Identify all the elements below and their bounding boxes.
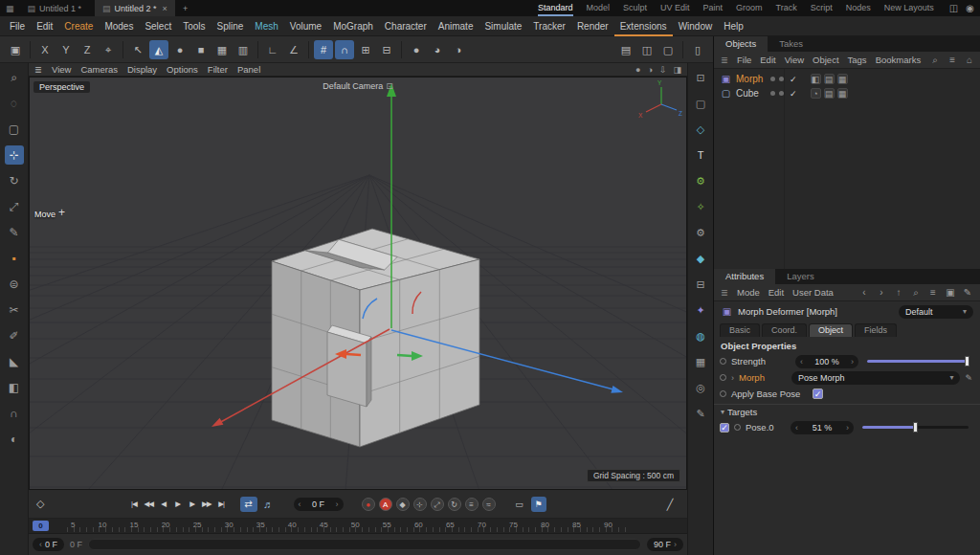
menu-item[interactable]: MoGraph (327, 16, 379, 36)
toolbar-icon[interactable] (122, 41, 123, 58)
layout-item[interactable]: New Layouts (884, 0, 934, 16)
attribute-tab[interactable]: Fields (855, 323, 897, 337)
home-icon[interactable]: ⌂ (964, 55, 975, 66)
object-row-morph[interactable]: ▣ Morph ✓ ◧ ▤ ▦ (714, 72, 980, 86)
zoom-tool[interactable]: ⌕ (5, 68, 24, 87)
cube-object[interactable] (272, 229, 479, 447)
bevel-tool[interactable]: ◣ (5, 352, 24, 371)
layout-item[interactable]: Model (587, 0, 611, 16)
toolbar-icon[interactable] (257, 41, 258, 58)
render-view-icon[interactable]: ▣ (6, 40, 25, 59)
menu-item[interactable]: Animate (433, 16, 479, 36)
menu-item[interactable]: Tracker (527, 16, 571, 36)
grid-icon[interactable]: ◨ (673, 65, 681, 75)
viewport-menu-item[interactable]: View (52, 63, 71, 77)
filter-icon[interactable]: ≡ (927, 287, 939, 299)
menu-item[interactable]: Volume (284, 16, 327, 36)
keyframe-selection-button[interactable]: ◆ (396, 498, 410, 511)
viewport-layout-icon[interactable]: ⊡ (691, 68, 710, 87)
autokey-button[interactable]: A (379, 498, 392, 511)
coord-system-button[interactable]: ⌖ (99, 40, 118, 59)
tag-icon[interactable]: ▦ (837, 88, 848, 99)
slider-handle[interactable] (965, 356, 969, 366)
range-scrollbar[interactable] (88, 539, 641, 550)
field-icon[interactable]: ⊟ (691, 275, 710, 294)
disclosure-icon[interactable]: › (731, 373, 734, 383)
layout-item[interactable]: Track (776, 0, 797, 16)
menu-item[interactable]: Spline (212, 16, 250, 36)
pose0-field[interactable]: ‹51 %› (791, 421, 854, 434)
viewport[interactable]: Y X Z Perspective Default Camera⊡ Move +… (29, 77, 687, 490)
viewport-menu-item[interactable]: Filter (208, 63, 228, 77)
layout-item[interactable]: Script (811, 0, 833, 16)
save-scene-icon[interactable]: ◫ (637, 40, 657, 59)
knife-tool[interactable]: ✂ (5, 300, 24, 320)
panel-tab[interactable]: Takes (768, 36, 814, 52)
object-row-cube[interactable]: ▢ Cube ✓ ◔ ▤ ▦ (714, 86, 980, 100)
mirror-tool[interactable]: ◐ (5, 430, 24, 449)
selection-cursor-icon[interactable]: ↖ (128, 40, 147, 59)
loop-cut-tool[interactable]: ⊜ (5, 275, 24, 294)
timeline-ruler[interactable]: 51015202530354045505560657075808590 0 (29, 519, 687, 534)
object-menu-item[interactable]: File (737, 55, 751, 65)
prev-key-button[interactable]: ◀◀ (142, 497, 155, 512)
layout-item[interactable]: Groom (736, 0, 763, 16)
toolbar-icon[interactable] (682, 41, 683, 58)
plane-primitive-icon[interactable]: ▢ (691, 94, 710, 113)
editor-visibility-dot[interactable] (770, 77, 775, 81)
extrude-tool[interactable]: ◧ (5, 378, 24, 397)
play-mode-button[interactable]: ⇄ (240, 497, 257, 512)
account-icon[interactable]: ◉ (966, 3, 974, 13)
modifier-icon[interactable]: ⚙ (691, 223, 710, 242)
section-header[interactable]: Object Properties (714, 337, 980, 353)
deformer-icon[interactable]: ✦ (691, 300, 710, 320)
live-selection-tool[interactable]: ◌ (5, 94, 24, 113)
panel-menu-icon[interactable]: ≣ (34, 64, 42, 75)
attribute-menu-item[interactable]: Edit (768, 287, 784, 298)
tag-icon[interactable]: ◧ (811, 74, 821, 84)
key-parameter-button[interactable]: ≡ (465, 498, 479, 511)
rotate-tool[interactable]: ↻ (5, 171, 24, 190)
motion-mode-button[interactable]: ▭ (512, 497, 527, 512)
menu-item[interactable]: Edit (31, 16, 58, 36)
keyframe-dot[interactable] (734, 424, 741, 431)
tag-icon[interactable]: ◔ (811, 88, 821, 99)
slider-handle[interactable] (913, 422, 918, 433)
up-icon[interactable]: ↑ (893, 287, 904, 299)
volume-icon[interactable]: ◆ (691, 249, 710, 268)
workplane-icon[interactable]: ∟ (263, 40, 282, 59)
ruler-icon[interactable]: ▯ (688, 40, 707, 59)
forward-icon[interactable]: › (876, 287, 887, 299)
move-tool[interactable]: ⊹ (5, 145, 24, 165)
workplane-lock-icon[interactable]: ∠ (284, 40, 303, 59)
range-start-field[interactable]: ‹0 F (33, 538, 64, 551)
key-rotation-button[interactable]: ↻ (448, 498, 461, 511)
viewport-menu-item[interactable]: Panel (237, 63, 260, 77)
render-active-view-icon[interactable]: ● (407, 40, 426, 59)
menu-item[interactable]: Simulate (479, 16, 527, 36)
fcurve-editor-button[interactable]: ╱ (660, 495, 679, 514)
timeline-solo-button[interactable]: ⚑ (531, 497, 546, 512)
menu-item[interactable]: Extensions (614, 16, 673, 36)
axis-x-button[interactable]: X (35, 40, 55, 59)
panel-tab[interactable]: Attributes (714, 269, 775, 284)
keyframe-dot[interactable] (720, 390, 726, 397)
object-menu-item[interactable]: Object (813, 55, 838, 65)
shading-icon[interactable]: ● (635, 65, 640, 75)
scale-tool[interactable]: ⤢ (5, 197, 24, 216)
back-icon[interactable]: ‹ (858, 287, 870, 299)
menu-item[interactable]: Mesh (249, 16, 283, 36)
wireframe-icon[interactable]: ◑ (648, 65, 653, 75)
editor-visibility-dot[interactable] (770, 91, 775, 96)
triangle-down-icon[interactable]: ▾ (721, 408, 724, 416)
menu-item[interactable]: Window (673, 16, 719, 36)
menu-item[interactable]: Tools (177, 16, 211, 36)
render-picture-viewer-icon[interactable]: ◕ (428, 40, 447, 59)
floor-icon[interactable]: ▦ (691, 352, 710, 371)
keyframe-dot[interactable] (720, 374, 726, 381)
object-menu-item[interactable]: View (785, 55, 804, 65)
viewport-menu-item[interactable]: Options (167, 63, 198, 77)
search-icon[interactable]: ⌕ (929, 55, 941, 66)
next-key-button[interactable]: ▶▶ (200, 497, 213, 512)
new-document-button[interactable]: + (177, 4, 193, 13)
